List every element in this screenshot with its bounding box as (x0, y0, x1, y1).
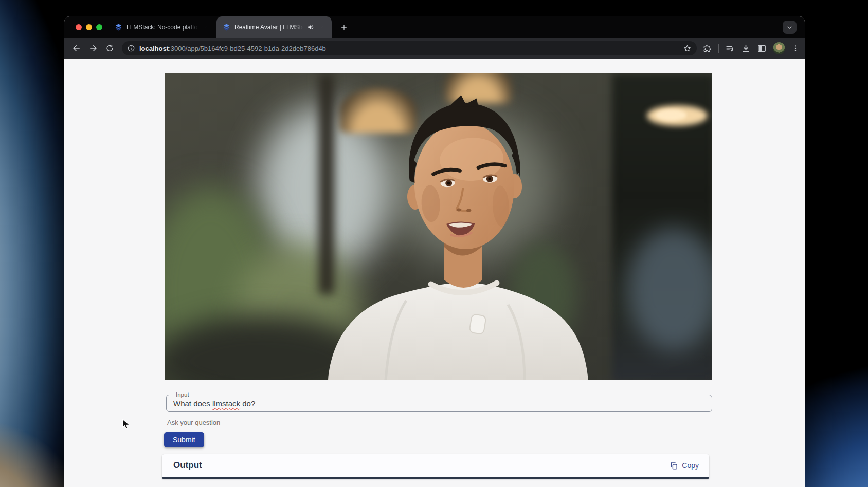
copy-icon (670, 461, 678, 470)
plus-icon (340, 24, 348, 31)
question-input[interactable]: Input What does llmstack do? (166, 395, 712, 412)
side-panel-icon[interactable] (757, 44, 767, 53)
tab-title: LLMStack: No-code platform (126, 24, 198, 31)
reload-button[interactable] (102, 41, 117, 55)
browser-toolbar: localhost:3000/app/5b164fc9-bd25-4592-b1… (64, 38, 805, 59)
video-vignette (165, 73, 712, 380)
input-value: What does llmstack do? (173, 399, 255, 408)
browser-menu-icon[interactable] (791, 44, 800, 52)
profile-avatar[interactable] (773, 42, 785, 54)
tab-llmstack-platform[interactable]: LLMStack: No-code platform (109, 16, 215, 38)
close-window-button[interactable] (76, 24, 82, 30)
llmstack-favicon-icon (115, 23, 122, 31)
back-button[interactable] (69, 41, 84, 55)
chevron-down-icon (786, 24, 793, 31)
tab-title: Realtime Avatar | LLMStac (234, 24, 303, 31)
address-bar[interactable]: localhost:3000/app/5b164fc9-bd25-4592-b1… (122, 41, 697, 55)
tab-close-icon[interactable] (318, 23, 327, 31)
input-helper-text: Ask your question (167, 419, 220, 426)
forward-icon (88, 44, 98, 53)
realtime-avatar-video[interactable] (165, 73, 712, 380)
tab-strip: LLMStack: No-code platform Realtime Avat… (64, 16, 805, 38)
extensions-icon[interactable] (703, 44, 712, 53)
tab-audio-icon[interactable] (307, 24, 314, 31)
new-tab-button[interactable] (338, 21, 350, 33)
toolbar-separator (718, 44, 719, 53)
tab-search-button[interactable] (783, 21, 797, 34)
back-icon (72, 44, 81, 53)
toolbar-actions (703, 42, 800, 54)
media-controls-icon[interactable] (725, 44, 735, 53)
copy-button[interactable]: Copy (670, 461, 699, 470)
browser-window: LLMStack: No-code platform Realtime Avat… (64, 16, 805, 487)
minimize-window-button[interactable] (86, 24, 92, 30)
input-label: Input (173, 391, 192, 398)
bookmark-star-icon[interactable] (683, 44, 692, 53)
download-icon[interactable] (741, 44, 751, 53)
forward-button[interactable] (86, 41, 100, 55)
zoom-window-button[interactable] (96, 24, 102, 30)
output-title: Output (173, 460, 202, 471)
app-page: Input What does llmstack do? Ask your qu… (64, 59, 805, 487)
window-controls (76, 24, 102, 30)
misspelled-word: llmstack (212, 399, 240, 408)
site-info-icon[interactable] (127, 44, 135, 52)
tab-realtime-avatar[interactable]: Realtime Avatar | LLMStac (216, 16, 332, 38)
llmstack-favicon-icon (223, 23, 230, 31)
submit-button[interactable]: Submit (164, 432, 204, 447)
tab-close-icon[interactable] (202, 23, 210, 31)
reload-icon (105, 44, 114, 53)
output-card: Output Copy (162, 454, 709, 479)
mouse-cursor (122, 419, 131, 430)
url-text[interactable]: localhost:3000/app/5b164fc9-bd25-4592-b1… (139, 45, 683, 52)
